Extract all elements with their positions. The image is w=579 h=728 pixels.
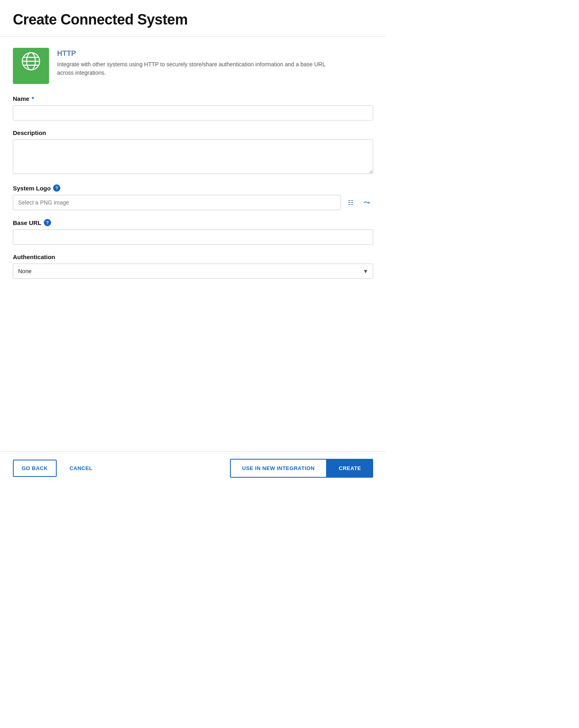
- authentication-select-wrapper: None Basic Auth Bearer Token OAuth 2.0 A…: [13, 264, 373, 279]
- system-details: HTTP Integrate with other systems using …: [57, 48, 339, 77]
- cancel-button[interactable]: CANCEL: [63, 460, 99, 476]
- description-label: Description: [13, 129, 373, 136]
- logo-add-button[interactable]: ⤳: [360, 195, 373, 210]
- system-description: Integrate with other systems using HTTP …: [57, 60, 339, 77]
- system-logo-input[interactable]: [13, 195, 341, 210]
- go-back-button[interactable]: GO BACK: [13, 460, 57, 477]
- system-logo-field-section: System Logo ? ☷ ⤳: [13, 184, 373, 210]
- page-content: HTTP HTTP Integrate with other systems u…: [0, 37, 386, 451]
- required-indicator: *: [32, 95, 34, 102]
- base-url-label: Base URL ?: [13, 219, 373, 226]
- authentication-select[interactable]: None Basic Auth Bearer Token OAuth 2.0 A…: [13, 264, 373, 279]
- system-name: HTTP: [57, 49, 339, 58]
- description-input[interactable]: [13, 139, 373, 174]
- authentication-label: Authentication: [13, 254, 373, 260]
- footer-right-actions: USE IN NEW INTEGRATION CREATE: [230, 459, 373, 478]
- logo-list-button[interactable]: ☷: [344, 195, 357, 210]
- description-field-section: Description: [13, 129, 373, 176]
- globe-svg-icon: [21, 51, 41, 72]
- logo-input-row: ☷ ⤳: [13, 195, 373, 210]
- page-container: Create Connected System HTTP HTTP Integr…: [0, 0, 386, 485]
- base-url-input[interactable]: [13, 229, 373, 245]
- page-header: Create Connected System: [0, 0, 386, 37]
- authentication-field-section: Authentication None Basic Auth Bearer To…: [13, 254, 373, 279]
- system-info: HTTP HTTP Integrate with other systems u…: [13, 48, 373, 84]
- system-logo-help-icon[interactable]: ?: [53, 184, 60, 192]
- http-logo-label: HTTP: [21, 72, 41, 81]
- base-url-field-section: Base URL ?: [13, 219, 373, 245]
- base-url-help-icon[interactable]: ?: [44, 219, 51, 226]
- name-input[interactable]: [13, 105, 373, 121]
- name-field-section: Name *: [13, 95, 373, 121]
- create-button[interactable]: CREATE: [327, 459, 373, 478]
- page-footer: GO BACK CANCEL USE IN NEW INTEGRATION CR…: [0, 451, 386, 485]
- name-label: Name *: [13, 95, 373, 102]
- system-logo-label: System Logo ?: [13, 184, 373, 192]
- use-in-new-integration-button[interactable]: USE IN NEW INTEGRATION: [230, 459, 326, 478]
- page-title: Create Connected System: [13, 11, 373, 28]
- system-logo-icon: HTTP: [13, 48, 49, 84]
- footer-left-actions: GO BACK CANCEL: [13, 460, 99, 477]
